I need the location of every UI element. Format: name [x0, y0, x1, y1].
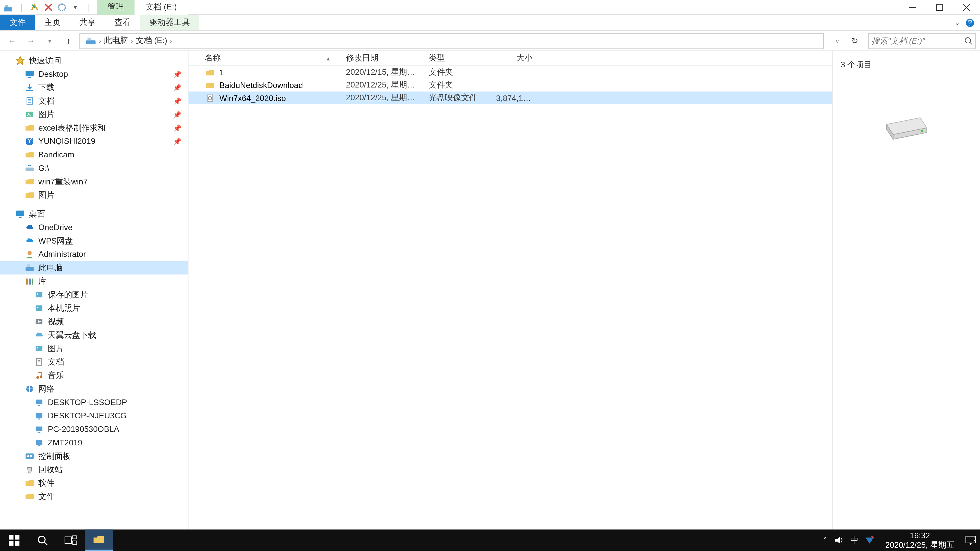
refresh-icon[interactable]: ↻ — [847, 33, 863, 49]
search-icon[interactable] — [964, 37, 973, 45]
nav-label: 回收站 — [38, 464, 62, 475]
close-button[interactable] — [953, 0, 980, 14]
tray-chevron-up-icon[interactable]: ˄ — [823, 536, 827, 545]
breadcrumb-this-pc[interactable]: 此电脑 — [101, 35, 131, 46]
nav-qa-item[interactable]: Bandicam — [0, 148, 188, 162]
nav-network-pc[interactable]: DESKTOP-LSSOEDP — [0, 395, 188, 409]
nav-desktop-item[interactable]: WPS网盘 — [0, 234, 188, 248]
nav-desktop-item[interactable]: OneDrive — [0, 221, 188, 234]
nav-label: 文档 — [38, 95, 54, 106]
nav-desktop-item[interactable]: 此电脑 — [0, 261, 188, 275]
svg-rect-28 — [36, 305, 42, 311]
nav-qa-item[interactable]: 文档📌 — [0, 94, 188, 108]
svg-point-29 — [37, 307, 38, 308]
col-name[interactable]: 名称▴ — [199, 52, 341, 64]
tab-share[interactable]: 共享 — [70, 15, 105, 30]
breadcrumb-pc-icon[interactable] — [83, 36, 99, 45]
undo-gear-icon[interactable] — [57, 2, 67, 13]
action-center-icon[interactable]: 3 — [965, 535, 976, 545]
chevron-right-icon[interactable]: › — [131, 37, 133, 44]
app-icon[interactable] — [3, 2, 14, 13]
nav-control-panel[interactable]: 控制面板 — [0, 449, 188, 463]
nav-desktop-root[interactable]: 桌面 — [0, 207, 188, 221]
svg-rect-17 — [25, 168, 34, 171]
task-view-icon[interactable] — [57, 530, 85, 551]
nav-lib-item[interactable]: 天翼云盘下载 — [0, 328, 188, 342]
nav-network-pc[interactable]: PC-20190530OBLA — [0, 422, 188, 436]
nav-qa-item[interactable]: 图片📌 — [0, 108, 188, 121]
nav-docs-folder[interactable]: 文件 — [0, 490, 188, 503]
svg-point-8 — [965, 37, 970, 43]
search-box[interactable] — [868, 33, 976, 49]
forward-button[interactable]: → — [23, 33, 39, 49]
nav-lib-item[interactable]: 图片 — [0, 342, 188, 355]
nav-network[interactable]: 网络 — [0, 382, 188, 395]
nav-software-folder[interactable]: 软件 — [0, 476, 188, 490]
col-size[interactable]: 大小 — [491, 52, 538, 64]
nav-qa-item[interactable]: excel表格制作求和📌 — [0, 121, 188, 135]
nav-network-pc[interactable]: DESKTOP-NJEU3CG — [0, 409, 188, 423]
ribbon-expand-icon[interactable]: ⌄ — [955, 19, 960, 26]
nav-qa-item[interactable]: G:\ — [0, 162, 188, 175]
svg-rect-22 — [27, 264, 30, 267]
tray-app-icon[interactable] — [865, 535, 875, 545]
chevron-right-icon[interactable]: › — [99, 37, 101, 44]
nav-qa-item[interactable]: 图片 — [0, 188, 188, 202]
col-type[interactable]: 类型 — [423, 52, 491, 64]
nav-lib-item[interactable]: 保存的图片 — [0, 288, 188, 302]
chevron-right-icon[interactable]: › — [170, 37, 172, 44]
nav-qa-item[interactable]: win7重装win7 — [0, 175, 188, 189]
col-date[interactable]: 修改日期 — [341, 52, 423, 64]
svg-rect-19 — [19, 217, 22, 218]
svg-rect-18 — [16, 210, 24, 216]
list-pane: 名称▴ 修改日期 类型 大小 12020/12/15, 星期二 1...文件夹B… — [188, 51, 832, 536]
back-button[interactable]: ← — [4, 33, 20, 49]
delete-x-icon[interactable] — [43, 2, 54, 13]
nav-desktop-item[interactable]: Administrator — [0, 248, 188, 261]
recent-dropdown-icon[interactable]: ▾ — [42, 33, 58, 49]
library-icon — [24, 276, 35, 286]
file-row[interactable]: Win7x64_2020.iso2020/12/25, 星期五 1...光盘映像… — [188, 92, 832, 104]
nav-lib-item[interactable]: 文档 — [0, 355, 188, 369]
nav-qa-item[interactable]: 下载📌 — [0, 81, 188, 94]
taskbar-explorer[interactable] — [85, 530, 113, 551]
tab-drive-tools[interactable]: 驱动器工具 — [140, 15, 199, 30]
nav-qa-item[interactable]: YYUNQISHI2019📌 — [0, 135, 188, 148]
file-row[interactable]: BaiduNetdiskDownload2020/12/25, 星期五 1...… — [188, 79, 832, 92]
search-input[interactable] — [872, 36, 973, 45]
tab-view[interactable]: 查看 — [105, 15, 140, 30]
minimize-button[interactable] — [899, 0, 926, 14]
navigation-pane[interactable]: 快速访问 Desktop📌下载📌文档📌图片📌excel表格制作求和📌YYUNQI… — [0, 51, 188, 536]
breadcrumb-bar[interactable]: › 此电脑 › 文档 (E:) › — [80, 33, 824, 49]
tab-home[interactable]: 主页 — [35, 15, 70, 30]
start-button[interactable] — [0, 530, 28, 551]
address-dropdown-icon[interactable]: v — [829, 33, 845, 49]
nav-label: 软件 — [38, 477, 54, 489]
svg-rect-26 — [36, 292, 42, 297]
file-row[interactable]: 12020/12/15, 星期二 1...文件夹 — [188, 66, 832, 79]
nav-lib-item[interactable]: 视频 — [0, 315, 188, 328]
file-rows[interactable]: 12020/12/15, 星期二 1...文件夹BaiduNetdiskDown… — [188, 66, 832, 536]
nav-recycle-bin[interactable]: 回收站 — [0, 463, 188, 476]
breadcrumb-current[interactable]: 文档 (E:) — [133, 35, 170, 46]
taskbar-clock[interactable]: 16:32 2020/12/25, 星期五 — [881, 530, 959, 550]
tab-file[interactable]: 文件 — [0, 15, 35, 30]
folder-icon — [24, 491, 35, 502]
taskbar-search-icon[interactable] — [28, 530, 57, 551]
nav-desktop-item[interactable]: 库 — [0, 275, 188, 288]
properties-icon[interactable] — [30, 2, 40, 13]
nav-quick-access[interactable]: 快速访问 — [0, 54, 188, 67]
ime-indicator[interactable]: 中 — [850, 534, 859, 546]
nav-lib-item[interactable]: 本机照片 — [0, 302, 188, 315]
svg-point-51 — [921, 130, 923, 132]
nav-network-pc[interactable]: ZMT2019 — [0, 436, 188, 449]
up-button[interactable]: ↑ — [60, 33, 76, 49]
svg-rect-44 — [38, 445, 41, 446]
volume-icon[interactable] — [834, 535, 843, 545]
nav-lib-item[interactable]: 音乐 — [0, 368, 188, 382]
svg-point-2 — [59, 4, 65, 11]
qat-dropdown-icon[interactable]: ▾ — [70, 2, 81, 13]
nav-qa-item[interactable]: Desktop📌 — [0, 67, 188, 81]
help-icon[interactable]: ? — [965, 18, 975, 27]
maximize-button[interactable] — [926, 0, 953, 14]
